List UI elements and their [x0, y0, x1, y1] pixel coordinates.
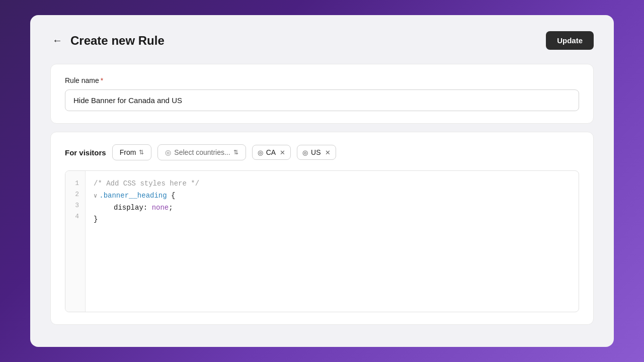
visitors-header: For visitors From ⇅ ◎ Select countries..…: [65, 144, 579, 160]
fold-icon[interactable]: ∨: [94, 191, 97, 201]
main-container: ← Create new Rule Update Rule name* For …: [30, 15, 614, 347]
code-content: 1 2 3 4 /* Add CSS styles here */ ∨ .ban…: [65, 171, 579, 312]
css-value: none: [152, 202, 169, 214]
line-number-3: 3: [71, 200, 79, 211]
line-number-2: 2: [71, 189, 79, 200]
select-countries-button[interactable]: ◎ Select countries... ⇅: [157, 144, 246, 160]
for-visitors-label: For visitors: [65, 148, 106, 157]
ca-location-icon: ◎: [258, 149, 263, 156]
us-location-icon: ◎: [302, 149, 308, 156]
country-tag-us: ◎ US ✕: [297, 145, 336, 160]
code-line-3: display: none ;: [94, 202, 571, 214]
code-line-4: }: [94, 214, 571, 226]
visitors-card: For visitors From ⇅ ◎ Select countries..…: [50, 132, 594, 325]
code-line-2: ∨ .banner__heading {: [94, 190, 571, 202]
required-indicator: *: [101, 76, 103, 84]
css-selector: .banner__heading: [99, 190, 167, 202]
from-button-label: From: [120, 148, 136, 156]
ca-code-label: CA: [266, 148, 276, 156]
close-brace: }: [94, 214, 98, 226]
page-header: ← Create new Rule Update: [50, 31, 594, 50]
css-property: display:: [114, 202, 152, 214]
from-chevron-icon: ⇅: [139, 149, 144, 156]
update-button[interactable]: Update: [546, 31, 594, 50]
code-editor[interactable]: 1 2 3 4 /* Add CSS styles here */ ∨ .ban…: [65, 170, 579, 312]
line-number-1: 1: [71, 178, 79, 189]
code-comment: /* Add CSS styles here */: [94, 178, 199, 190]
us-code-label: US: [311, 148, 320, 156]
rule-name-input[interactable]: [65, 89, 579, 111]
page-title: Create new Rule: [70, 34, 165, 48]
back-arrow-icon: ←: [52, 35, 62, 46]
code-lines: /* Add CSS styles here */ ∨ .banner__hea…: [86, 171, 579, 312]
line-number-4: 4: [71, 211, 79, 222]
from-button[interactable]: From ⇅: [112, 144, 152, 160]
us-remove-button[interactable]: ✕: [325, 149, 331, 156]
code-line-1: /* Add CSS styles here */: [94, 178, 571, 190]
rule-name-card: Rule name*: [50, 64, 594, 124]
location-icon: ◎: [165, 148, 171, 156]
open-brace: {: [167, 190, 176, 202]
select-countries-label: Select countries...: [174, 148, 230, 156]
select-chevron-icon: ⇅: [233, 149, 238, 156]
ca-remove-button[interactable]: ✕: [280, 149, 285, 156]
rule-name-label: Rule name*: [65, 76, 579, 84]
line-numbers: 1 2 3 4: [65, 171, 86, 312]
header-left: ← Create new Rule: [50, 33, 165, 48]
css-semicolon: ;: [169, 202, 173, 214]
country-tag-ca: ◎ CA ✕: [252, 145, 291, 160]
back-button[interactable]: ←: [50, 33, 64, 48]
